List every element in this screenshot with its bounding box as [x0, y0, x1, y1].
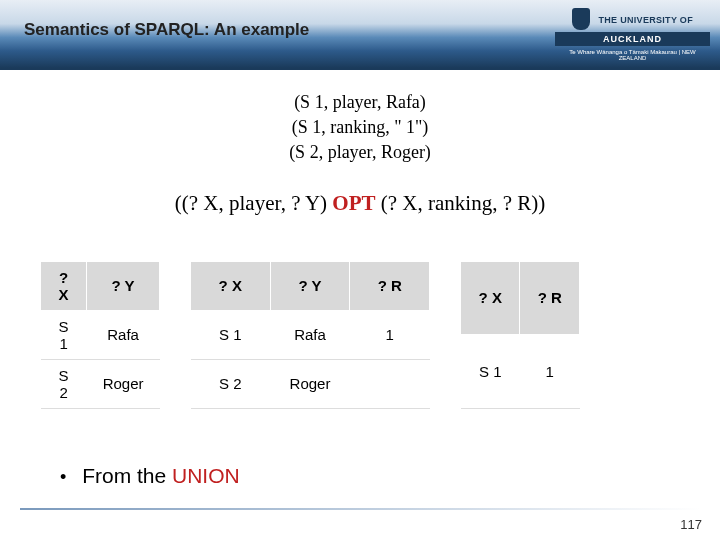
cell: 1 [350, 310, 430, 359]
triple-line: (S 1, ranking, " 1") [30, 115, 690, 140]
slide-title: Semantics of SPARQL: An example [24, 20, 309, 40]
opt-keyword: OPT [332, 191, 375, 215]
union-keyword: UNION [172, 464, 240, 487]
bullet-icon: • [60, 467, 66, 487]
result-table-3: ? X ? R S 1 1 [460, 261, 580, 409]
slide-header: Semantics of SPARQL: An example THE UNIV… [0, 0, 720, 70]
cell: S 1 [191, 310, 271, 359]
page-number: 117 [680, 517, 702, 532]
col-header: ? Y [270, 261, 350, 310]
query-right: (? X, ranking, ? R)) [376, 191, 546, 215]
slide-content: (S 1, player, Rafa) (S 1, ranking, " 1")… [0, 70, 720, 498]
bullet-prefix: From the [82, 464, 172, 487]
university-logo: THE UNIVERSITY OF AUCKLAND Te Whare Wāna… [555, 8, 710, 63]
col-header: ? X [191, 261, 271, 310]
result-table-1: ? X ? Y S 1 Rafa S 2 Roger [40, 261, 160, 409]
logo-band: AUCKLAND [555, 32, 710, 46]
triple-list: (S 1, player, Rafa) (S 1, ranking, " 1")… [30, 90, 690, 166]
crest-icon [572, 8, 590, 30]
cell: S 2 [41, 359, 87, 408]
cell: Roger [87, 359, 160, 408]
col-header: ? X [461, 261, 520, 335]
cell: S 2 [191, 359, 271, 408]
col-header: ? Y [87, 261, 160, 310]
tables-row: ? X ? Y S 1 Rafa S 2 Roger ? X ? Y ? R S… [40, 261, 690, 409]
cell [350, 359, 430, 408]
footer-rule [20, 508, 700, 510]
col-header: ? X [41, 261, 87, 310]
cell: 1 [520, 335, 580, 409]
cell: Rafa [87, 310, 160, 359]
cell: Roger [270, 359, 350, 408]
triple-line: (S 2, player, Roger) [30, 140, 690, 165]
cell: S 1 [41, 310, 87, 359]
query-expression: ((? X, player, ? Y) OPT (? X, ranking, ?… [30, 191, 690, 216]
result-table-2: ? X ? Y ? R S 1 Rafa 1 S 2 Roger [190, 261, 430, 409]
logo-line1: THE UNIVERSITY OF [599, 15, 693, 25]
bullet-point: • From the UNION [60, 464, 690, 488]
logo-subtext: Te Whare Wānanga o Tāmaki Makaurau | NEW… [555, 49, 710, 61]
query-left: ((? X, player, ? Y) [175, 191, 333, 215]
col-header: ? R [350, 261, 430, 310]
cell: Rafa [270, 310, 350, 359]
triple-line: (S 1, player, Rafa) [30, 90, 690, 115]
col-header: ? R [520, 261, 580, 335]
cell: S 1 [461, 335, 520, 409]
